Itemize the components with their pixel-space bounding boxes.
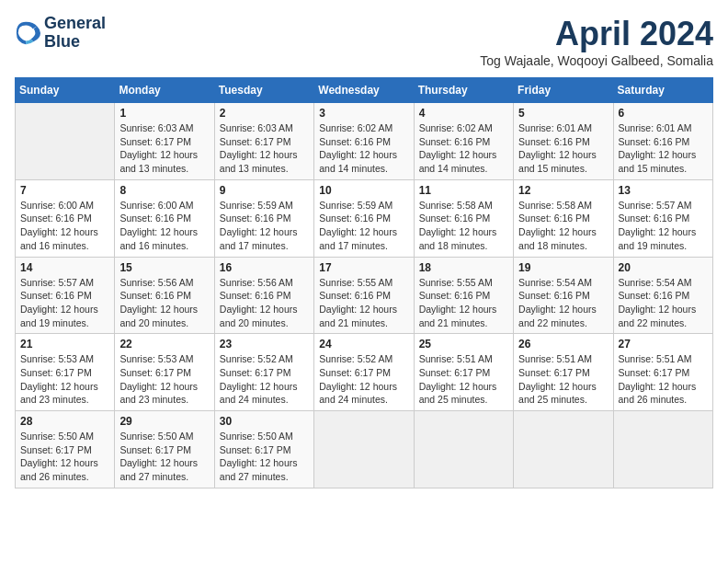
day-info: Sunrise: 5:57 AM Sunset: 6:16 PM Dayligh… [619,199,708,253]
calendar-cell: 3Sunrise: 6:02 AM Sunset: 6:16 PM Daylig… [314,103,414,180]
calendar-cell: 16Sunrise: 5:56 AM Sunset: 6:16 PM Dayli… [214,257,313,334]
day-number: 20 [619,261,708,274]
calendar-week-row: 1Sunrise: 6:03 AM Sunset: 6:17 PM Daylig… [16,103,713,180]
calendar-cell: 25Sunrise: 5:51 AM Sunset: 6:17 PM Dayli… [414,334,513,411]
calendar-cell: 2Sunrise: 6:03 AM Sunset: 6:17 PM Daylig… [214,103,313,180]
calendar-cell: 5Sunrise: 6:01 AM Sunset: 6:16 PM Daylig… [514,103,613,180]
day-info: Sunrise: 5:56 AM Sunset: 6:16 PM Dayligh… [119,276,209,330]
day-info: Sunrise: 5:55 AM Sunset: 6:16 PM Dayligh… [319,276,408,330]
day-info: Sunrise: 5:54 AM Sunset: 6:16 PM Dayligh… [518,276,608,330]
calendar-cell: 13Sunrise: 5:57 AM Sunset: 6:16 PM Dayli… [613,179,712,257]
header-day: Tuesday [214,78,313,103]
calendar-week-row: 7Sunrise: 6:00 AM Sunset: 6:16 PM Daylig… [16,179,713,257]
day-number: 14 [20,261,109,274]
header-row: SundayMondayTuesdayWednesdayThursdayFrid… [16,78,713,103]
day-number: 11 [419,184,508,197]
day-info: Sunrise: 5:50 AM Sunset: 6:17 PM Dayligh… [119,430,209,484]
day-number: 27 [619,338,708,350]
day-info: Sunrise: 6:03 AM Sunset: 6:17 PM Dayligh… [119,121,209,176]
calendar-cell: 7Sunrise: 6:00 AM Sunset: 6:16 PM Daylig… [16,179,115,257]
day-number: 29 [119,415,209,428]
day-number: 4 [419,107,508,120]
day-number: 15 [119,261,209,274]
calendar-cell: 14Sunrise: 5:57 AM Sunset: 6:16 PM Dayli… [16,257,115,334]
calendar-cell: 4Sunrise: 6:02 AM Sunset: 6:16 PM Daylig… [414,103,513,180]
day-info: Sunrise: 6:01 AM Sunset: 6:16 PM Dayligh… [619,121,708,176]
calendar-cell: 8Sunrise: 6:00 AM Sunset: 6:16 PM Daylig… [115,179,214,257]
day-info: Sunrise: 5:51 AM Sunset: 6:17 PM Dayligh… [518,352,608,407]
day-info: Sunrise: 6:02 AM Sunset: 6:16 PM Dayligh… [419,121,508,176]
calendar-cell: 11Sunrise: 5:58 AM Sunset: 6:16 PM Dayli… [414,179,513,257]
logo: General Blue [15,15,106,52]
month-title: April 2024 [480,15,713,53]
day-info: Sunrise: 5:54 AM Sunset: 6:16 PM Dayligh… [619,276,708,330]
day-number: 2 [220,107,309,120]
day-info: Sunrise: 5:58 AM Sunset: 6:16 PM Dayligh… [419,199,508,253]
calendar-cell: 29Sunrise: 5:50 AM Sunset: 6:17 PM Dayli… [115,411,214,488]
day-info: Sunrise: 6:01 AM Sunset: 6:16 PM Dayligh… [518,121,608,176]
day-number: 9 [220,184,309,197]
day-number: 12 [518,184,608,197]
day-number: 25 [419,338,508,350]
calendar-cell [514,411,613,488]
day-info: Sunrise: 5:58 AM Sunset: 6:16 PM Dayligh… [518,199,608,253]
day-info: Sunrise: 5:50 AM Sunset: 6:17 PM Dayligh… [20,430,109,484]
day-info: Sunrise: 6:00 AM Sunset: 6:16 PM Dayligh… [119,199,209,253]
calendar-cell [314,411,414,488]
day-info: Sunrise: 5:57 AM Sunset: 6:16 PM Dayligh… [20,276,109,330]
day-number: 19 [518,261,608,274]
calendar-cell: 27Sunrise: 5:51 AM Sunset: 6:17 PM Dayli… [613,334,712,411]
calendar-cell: 24Sunrise: 5:52 AM Sunset: 6:17 PM Dayli… [314,334,414,411]
day-info: Sunrise: 5:53 AM Sunset: 6:17 PM Dayligh… [20,352,109,407]
day-number: 8 [119,184,209,197]
day-number: 17 [319,261,408,274]
calendar-cell: 1Sunrise: 6:03 AM Sunset: 6:17 PM Daylig… [115,103,214,180]
day-number: 21 [20,338,109,350]
calendar-cell: 21Sunrise: 5:53 AM Sunset: 6:17 PM Dayli… [16,334,115,411]
header-day: Monday [115,78,214,103]
day-number: 24 [319,338,408,350]
calendar-cell: 10Sunrise: 5:59 AM Sunset: 6:16 PM Dayli… [314,179,414,257]
calendar-cell: 17Sunrise: 5:55 AM Sunset: 6:16 PM Dayli… [314,257,414,334]
day-number: 18 [419,261,508,274]
calendar-cell: 15Sunrise: 5:56 AM Sunset: 6:16 PM Dayli… [115,257,214,334]
calendar-cell: 18Sunrise: 5:55 AM Sunset: 6:16 PM Dayli… [414,257,513,334]
day-number: 30 [220,415,309,428]
day-number: 7 [20,184,109,197]
day-number: 23 [220,338,309,350]
day-number: 26 [518,338,608,350]
day-info: Sunrise: 5:51 AM Sunset: 6:17 PM Dayligh… [619,352,708,407]
calendar-cell [414,411,513,488]
day-info: Sunrise: 6:00 AM Sunset: 6:16 PM Dayligh… [20,199,109,253]
calendar-cell [16,103,115,180]
calendar-cell: 12Sunrise: 5:58 AM Sunset: 6:16 PM Dayli… [514,179,613,257]
day-number: 1 [119,107,209,120]
day-info: Sunrise: 5:55 AM Sunset: 6:16 PM Dayligh… [419,276,508,330]
day-number: 16 [220,261,309,274]
day-info: Sunrise: 5:52 AM Sunset: 6:17 PM Dayligh… [319,352,408,407]
header-day: Sunday [16,78,115,103]
calendar-cell: 22Sunrise: 5:53 AM Sunset: 6:17 PM Dayli… [115,334,214,411]
header-day: Friday [514,78,613,103]
header-day: Thursday [414,78,513,103]
calendar-cell: 23Sunrise: 5:52 AM Sunset: 6:17 PM Dayli… [214,334,313,411]
location-subtitle: Tog Wajaale, Woqooyi Galbeed, Somalia [480,53,713,68]
day-number: 3 [319,107,408,120]
day-info: Sunrise: 6:02 AM Sunset: 6:16 PM Dayligh… [319,121,408,176]
logo-icon [15,20,40,46]
day-info: Sunrise: 5:59 AM Sunset: 6:16 PM Dayligh… [220,199,309,253]
logo-text: General Blue [44,15,106,52]
day-info: Sunrise: 5:59 AM Sunset: 6:16 PM Dayligh… [319,199,408,253]
calendar-cell: 28Sunrise: 5:50 AM Sunset: 6:17 PM Dayli… [16,411,115,488]
day-info: Sunrise: 5:53 AM Sunset: 6:17 PM Dayligh… [119,352,209,407]
header-day: Saturday [613,78,712,103]
header-day: Wednesday [314,78,414,103]
day-number: 10 [319,184,408,197]
calendar-cell [613,411,712,488]
calendar-cell: 19Sunrise: 5:54 AM Sunset: 6:16 PM Dayli… [514,257,613,334]
day-number: 28 [20,415,109,428]
day-number: 6 [619,107,708,120]
calendar-week-row: 21Sunrise: 5:53 AM Sunset: 6:17 PM Dayli… [16,334,713,411]
calendar-week-row: 14Sunrise: 5:57 AM Sunset: 6:16 PM Dayli… [16,257,713,334]
calendar-cell: 26Sunrise: 5:51 AM Sunset: 6:17 PM Dayli… [514,334,613,411]
